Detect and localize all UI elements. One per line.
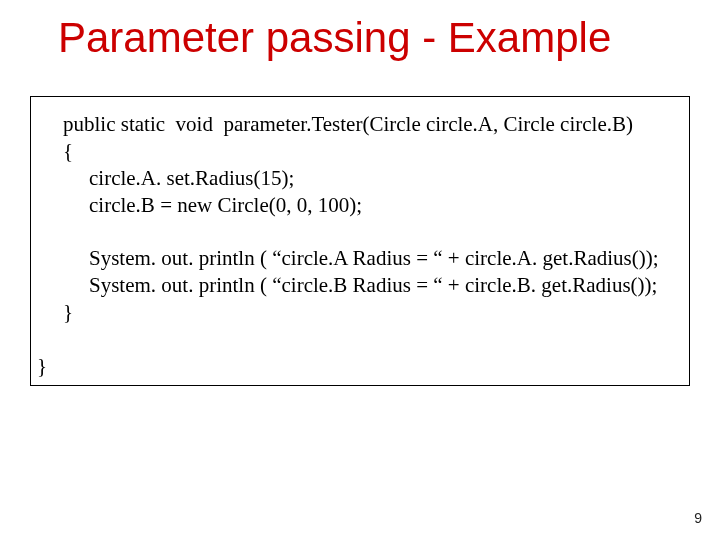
code-line-println-a: System. out. println ( “circle.A Radius … <box>63 245 659 272</box>
code-line-println-b: System. out. println ( “circle.B Radius … <box>63 272 657 299</box>
slide-title: Parameter passing - Example <box>58 14 690 62</box>
slide: Parameter passing - Example public stati… <box>0 0 720 540</box>
code-line-close-inner: } <box>63 300 73 324</box>
code-line-open-brace: { <box>63 139 73 163</box>
code-box: public static void parameter.Tester(Circ… <box>30 96 690 386</box>
code-line-close-outer: } <box>37 354 47 378</box>
code-line-new-circle: circle.B = new Circle(0, 0, 100); <box>63 192 362 219</box>
code-line-signature: public static void parameter.Tester(Circ… <box>63 112 633 136</box>
page-number: 9 <box>694 510 702 526</box>
code-line-set-radius: circle.A. set.Radius(15); <box>63 165 294 192</box>
